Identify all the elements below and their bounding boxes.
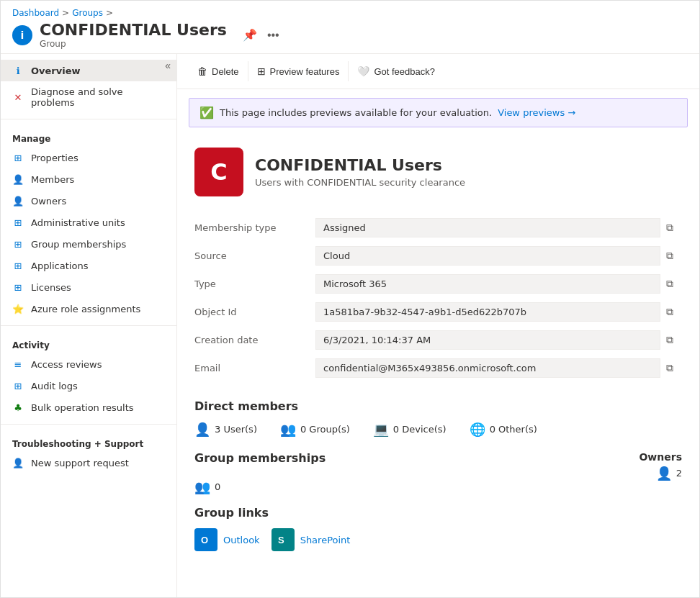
devices-count: 0 Device(s): [393, 424, 447, 435]
diagnose-icon: ✕: [12, 91, 24, 103]
sidebar-label-diagnose: Diagnose and solve problems: [31, 86, 165, 108]
member-devices[interactable]: 💻 0 Device(s): [373, 422, 447, 437]
delete-icon: 🗑: [197, 65, 207, 77]
group-header: C CONFIDENTIAL Users Users with CONFIDEN…: [194, 148, 682, 196]
copy-type[interactable]: ⧉: [663, 275, 676, 293]
prop-value-creation-date: 6/3/2021, 10:14:37 AM: [315, 330, 660, 350]
azure-roles-icon: ⭐: [12, 303, 24, 314]
sidebar-item-members[interactable]: 👤 Members: [1, 168, 176, 190]
preview-banner-icon: ✅: [199, 106, 214, 119]
group-links-title: Group links: [194, 506, 682, 520]
owners-count-item: 👤 2: [656, 466, 682, 481]
sidebar-label-bulk-ops: Bulk operation results: [31, 402, 134, 413]
sidebar-item-group-memberships[interactable]: ⊞ Group memberships: [1, 233, 176, 255]
sidebar-item-azure-roles[interactable]: ⭐ Azure role assignments: [1, 298, 176, 320]
sidebar-label-overview: Overview: [31, 65, 81, 76]
preview-banner-text: This page includes previews available fo…: [220, 107, 492, 118]
sidebar-item-overview[interactable]: ℹ Overview: [1, 60, 176, 81]
sidebar-item-access-reviews[interactable]: ≡ Access reviews: [1, 353, 176, 375]
sidebar-label-members: Members: [31, 174, 74, 185]
page-subtitle: Group: [40, 39, 227, 49]
sidebar-section-troubleshooting: Troubleshooting + Support: [1, 430, 176, 452]
page-icon: i: [12, 25, 32, 45]
copy-object-id[interactable]: ⧉: [663, 303, 676, 321]
group-name: CONFIDENTIAL Users: [255, 156, 465, 174]
memberships-right: Owners 👤 2: [639, 451, 682, 481]
prop-value-type: Microsoft 365: [315, 274, 660, 294]
copy-membership-type[interactable]: ⧉: [663, 219, 676, 237]
users-icon: 👤: [194, 422, 210, 437]
sidebar-item-owners[interactable]: 👤 Owners: [1, 190, 176, 212]
sidebar-collapse-button[interactable]: «: [165, 60, 171, 71]
sidebar-label-support-request: New support request: [31, 458, 129, 468]
member-others[interactable]: 🌐 0 Other(s): [470, 422, 537, 437]
sidebar-item-audit-logs[interactable]: ⊞ Audit logs: [1, 375, 176, 397]
sidebar-label-group-memberships: Group memberships: [31, 239, 126, 250]
support-request-icon: 👤: [12, 457, 24, 468]
more-button[interactable]: •••: [264, 27, 282, 43]
sidebar-label-access-reviews: Access reviews: [31, 359, 102, 370]
prop-row-membership-type: Membership type Assigned ⧉: [194, 214, 682, 242]
outlook-label: Outlook: [223, 535, 260, 545]
prop-value-email: confidential@M365x493856.onmicrosoft.com: [315, 358, 660, 378]
feedback-label: Got feedback?: [374, 66, 435, 77]
prop-label-object-id: Object Id: [194, 298, 310, 326]
sidebar-item-properties[interactable]: ⊞ Properties: [1, 147, 176, 168]
sidebar-item-admin-units[interactable]: ⊞ Administrative units: [1, 212, 176, 233]
others-icon: 🌐: [470, 422, 485, 437]
group-memberships-title: Group memberships: [194, 451, 326, 465]
member-users[interactable]: 👤 3 User(s): [194, 422, 257, 437]
main-layout: « ℹ Overview ✕ Diagnose and solve proble…: [1, 54, 699, 597]
copy-source[interactable]: ⧉: [663, 247, 676, 265]
group-avatar: C: [194, 148, 243, 196]
copy-email[interactable]: ⧉: [663, 359, 676, 377]
sidebar-item-licenses[interactable]: ⊞ Licenses: [1, 276, 176, 298]
delete-label: Delete: [212, 66, 239, 77]
sidebar-item-support-request[interactable]: 👤 New support request: [1, 452, 176, 474]
sharepoint-link[interactable]: S SharePoint: [272, 528, 351, 551]
sidebar-label-licenses: Licenses: [31, 282, 71, 293]
memberships-count-item: 👥 0: [194, 479, 326, 494]
prop-value-source: Cloud: [315, 246, 660, 266]
direct-members-title: Direct members: [194, 399, 682, 413]
sidebar-section-activity: Activity: [1, 332, 176, 353]
sidebar: « ℹ Overview ✕ Diagnose and solve proble…: [1, 54, 177, 597]
sidebar-label-audit-logs: Audit logs: [31, 381, 78, 391]
sidebar-label-admin-units: Administrative units: [31, 217, 125, 228]
breadcrumb-groups[interactable]: Groups: [72, 8, 103, 18]
pin-button[interactable]: 📌: [240, 27, 260, 43]
prop-row-object-id: Object Id 1a581ba7-9b32-4547-a9b1-d5ed62…: [194, 298, 682, 326]
preview-button[interactable]: ⊞ Preview features: [248, 61, 349, 81]
prop-label-type: Type: [194, 270, 310, 298]
feedback-button[interactable]: 🤍 Got feedback?: [349, 61, 444, 81]
preview-label: Preview features: [270, 66, 340, 77]
top-header: Dashboard > Groups > i CONFIDENTIAL User…: [1, 1, 699, 54]
groups-count: 0 Group(s): [300, 424, 350, 435]
prop-label-creation-date: Creation date: [194, 326, 310, 354]
sidebar-item-bulk-ops[interactable]: ♣ Bulk operation results: [1, 397, 176, 418]
owners-count: 2: [676, 468, 682, 479]
copy-creation-date[interactable]: ⧉: [663, 331, 676, 349]
prop-label-membership-type: Membership type: [194, 214, 310, 242]
sidebar-section-manage: Manage: [1, 125, 176, 147]
direct-members-row: 👤 3 User(s) 👥 0 Group(s) 💻 0 Device(s) 🌐…: [194, 422, 682, 437]
sharepoint-label: SharePoint: [300, 535, 351, 545]
breadcrumb-dashboard[interactable]: Dashboard: [12, 8, 59, 18]
prop-value-membership-type: Assigned: [315, 218, 660, 237]
delete-button[interactable]: 🗑 Delete: [189, 61, 248, 81]
member-groups[interactable]: 👥 0 Group(s): [280, 422, 350, 437]
groups-icon: 👥: [280, 422, 296, 437]
page-title-row: i CONFIDENTIAL Users Group 📌 •••: [12, 21, 688, 49]
sidebar-label-applications: Applications: [31, 261, 88, 271]
preview-banner-link[interactable]: View previews →: [498, 107, 575, 118]
bulk-ops-icon: ♣: [12, 402, 24, 413]
outlook-link[interactable]: O Outlook: [194, 528, 260, 551]
access-reviews-icon: ≡: [12, 358, 24, 370]
sidebar-item-applications[interactable]: ⊞ Applications: [1, 255, 176, 276]
sidebar-label-azure-roles: Azure role assignments: [31, 304, 140, 314]
owners-icon: 👤: [12, 195, 24, 207]
header-actions: 📌 •••: [240, 27, 282, 43]
sidebar-item-diagnose[interactable]: ✕ Diagnose and solve problems: [1, 81, 176, 113]
audit-logs-icon: ⊞: [12, 380, 24, 391]
memberships-count-icon: 👥: [194, 479, 210, 494]
